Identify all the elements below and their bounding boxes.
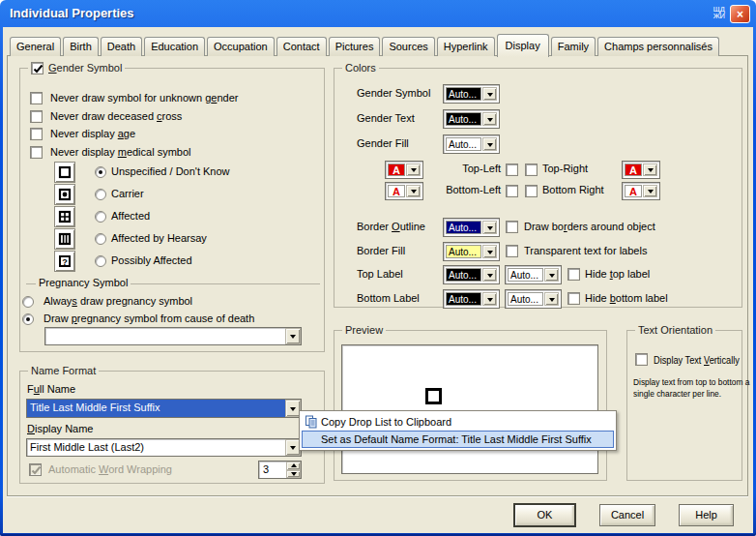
dropdown-arrow-icon[interactable] (544, 292, 559, 306)
checkbox-never-deceased-cross[interactable] (30, 110, 43, 123)
checkbox-transparent-text-label[interactable]: Transparent text for labels (524, 245, 647, 257)
tab-sources[interactable]: Sources (382, 37, 434, 56)
spinner-down-icon[interactable] (286, 470, 301, 479)
tab-pictures[interactable]: Pictures (329, 37, 381, 56)
tab-hyperlink[interactable]: Hyperlink (437, 37, 495, 56)
checkbox-never-medical-symbol[interactable] (30, 146, 43, 159)
border-fill-color-combo[interactable]: Auto... (443, 242, 500, 261)
top-label-color-combo-1[interactable]: Auto... (443, 265, 500, 284)
checkbox-bottom-left[interactable] (506, 185, 518, 197)
radio-pregnancy-from-cause-label[interactable]: Draw pregnancy symbol from cause of deat… (44, 313, 254, 325)
word-wrap-lines-spinner[interactable]: 3 (258, 461, 302, 479)
tab-contact[interactable]: Contact (276, 37, 327, 56)
pregnancy-cause-combo[interactable] (44, 327, 302, 345)
close-button[interactable]: × (730, 5, 750, 23)
dropdown-arrow-icon[interactable] (643, 164, 657, 176)
bottom-left-label: Bottom-Left (417, 184, 501, 196)
tab-family[interactable]: Family (551, 37, 596, 56)
dropdown-arrow-icon[interactable] (482, 87, 497, 101)
tab-display[interactable]: Display (497, 34, 549, 57)
bottom-right-label: Bottom Right (542, 184, 604, 196)
dropdown-arrow-icon[interactable] (285, 328, 301, 344)
tab-education[interactable]: Education (144, 37, 205, 56)
checkbox-hide-bottom-label-label[interactable]: Hide bottom label (585, 292, 668, 305)
radio-hearsay-label[interactable]: Affected by Hearsay (111, 232, 207, 245)
dropdown-arrow-icon[interactable] (544, 268, 559, 282)
checkbox-top-left[interactable] (506, 164, 518, 176)
checkbox-never-deceased-cross-label[interactable]: Never draw deceased cross (50, 110, 182, 123)
radio-possibly-affected-label[interactable]: Possibly Affected (111, 254, 192, 267)
radio-unspecified[interactable] (95, 166, 106, 178)
checkbox-draw-borders-label[interactable]: Draw borders around object (524, 221, 655, 233)
gender-symbol-group-label[interactable]: Gender Symbol (48, 62, 122, 74)
checkbox-hide-bottom-label[interactable] (567, 292, 580, 305)
tab-birth[interactable]: Birth (63, 37, 99, 56)
dropdown-arrow-icon[interactable] (482, 137, 497, 151)
radio-hearsay[interactable] (95, 233, 106, 245)
symbol-button-possibly-affected[interactable]: ? (54, 251, 75, 272)
checkbox-never-display-age[interactable] (30, 128, 43, 140)
full-name-label: Full Name (27, 383, 75, 396)
checkbox-hide-top-label-label[interactable]: Hide top label (585, 268, 650, 281)
bottom-label-color-combo-2[interactable]: Auto... (505, 289, 562, 309)
symbol-button-affected[interactable] (54, 206, 75, 227)
checkbox-display-text-vertically-label[interactable]: Display Text Vertically (654, 354, 747, 367)
radio-always-pregnancy[interactable] (22, 296, 34, 308)
title-bar[interactable]: Individual Properties ЩД ЖИ × (0, 0, 756, 27)
menu-item-set-default-format[interactable]: Set as Default Name Format: Title Last M… (302, 431, 614, 448)
gender-text-color-combo[interactable]: Auto... (443, 109, 500, 129)
checkbox-never-unknown-gender-label[interactable]: Never draw symbol for unknown gender (50, 92, 238, 104)
dropdown-arrow-icon[interactable] (482, 112, 497, 126)
checkbox-transparent-text[interactable] (506, 245, 518, 257)
top-label-color-combo-2[interactable]: Auto... (505, 265, 562, 284)
checkbox-never-medical-symbol-label[interactable]: Never display medical symbol (50, 146, 191, 159)
a-color-combo-top-right[interactable]: A (622, 161, 660, 179)
checkbox-never-unknown-gender[interactable] (30, 92, 43, 104)
gender-fill-color-combo[interactable]: Auto... (443, 134, 500, 154)
radio-affected[interactable] (95, 211, 106, 223)
text-orientation-group: Text Orientation Display Text Vertically… (626, 330, 742, 481)
radio-pregnancy-from-cause[interactable] (22, 313, 34, 325)
dropdown-arrow-icon[interactable] (482, 292, 497, 306)
radio-always-pregnancy-label[interactable]: Always draw pregnancy symbol (44, 295, 192, 308)
radio-carrier[interactable] (95, 189, 106, 200)
dropdown-arrow-icon[interactable] (482, 245, 497, 258)
radio-possibly-affected[interactable] (95, 255, 106, 267)
checkbox-bottom-right[interactable] (525, 185, 538, 197)
full-name-combo[interactable]: Title Last Middle First Suffix (26, 399, 302, 418)
checkbox-never-display-age-label[interactable]: Never display age (50, 128, 135, 140)
dropdown-arrow-icon[interactable] (482, 268, 497, 282)
symbol-button-carrier[interactable] (54, 184, 75, 205)
window-title: Individual Properties (10, 6, 134, 20)
symbol-button-unspecified[interactable] (54, 162, 75, 183)
symbol-button-hearsay[interactable] (54, 228, 75, 250)
radio-affected-label[interactable]: Affected (111, 210, 150, 223)
cancel-button[interactable]: Cancel (599, 504, 655, 526)
help-button[interactable]: Help (679, 504, 734, 526)
checkbox-display-text-vertically[interactable] (635, 353, 648, 366)
tab-general[interactable]: General (10, 37, 61, 56)
radio-dot-icon (99, 170, 102, 174)
checkbox-hide-top-label[interactable] (567, 268, 580, 281)
checkbox-draw-borders[interactable] (506, 221, 518, 233)
menu-item-copy-drop-list[interactable]: Copy Drop List to Clipboard (302, 413, 614, 431)
dropdown-arrow-icon[interactable] (482, 221, 497, 234)
tab-occupation[interactable]: Occupation (207, 37, 275, 56)
bottom-label-color-combo-1[interactable]: Auto... (443, 289, 500, 309)
gender-symbol-color-combo[interactable]: Auto... (443, 84, 500, 104)
svg-text:?: ? (62, 257, 68, 267)
radio-unspecified-label[interactable]: Unspecified / Don't Know (111, 165, 230, 178)
display-name-combo[interactable]: First Middle Last (Last2) (26, 438, 302, 457)
a-color-combo-bottom-right[interactable]: A (622, 182, 660, 200)
ok-button[interactable]: OK (514, 504, 575, 526)
dropdown-arrow-icon[interactable] (643, 185, 657, 197)
close-icon: × (737, 8, 743, 21)
gender-symbol-checkbox[interactable] (31, 62, 44, 74)
copy-icon (302, 415, 321, 429)
tab-champs-personnalises[interactable]: Champs personnalisés (597, 37, 719, 56)
checkbox-top-right[interactable] (525, 164, 538, 176)
tab-death[interactable]: Death (101, 37, 142, 56)
border-outline-color-combo[interactable]: Auto... (443, 218, 500, 237)
spinner-up-icon[interactable] (286, 462, 301, 470)
radio-carrier-label[interactable]: Carrier (111, 188, 144, 200)
